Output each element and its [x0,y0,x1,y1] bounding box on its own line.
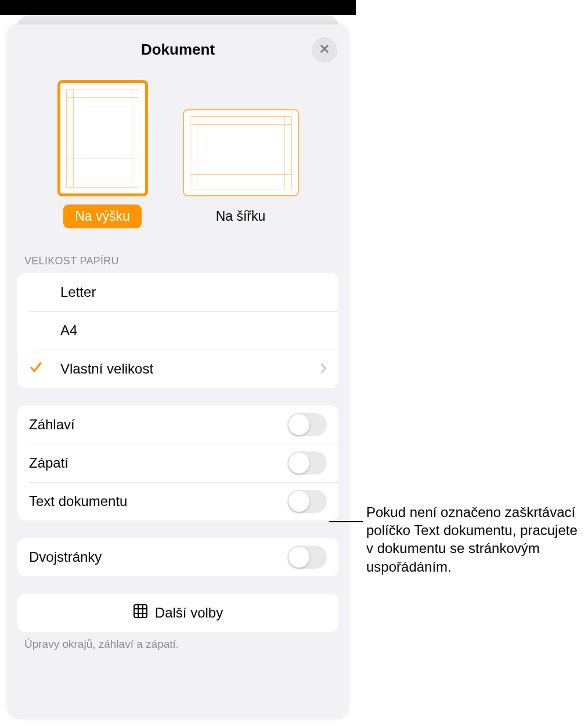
chevron-right-icon [320,361,327,377]
paper-size-letter[interactable]: Letter [17,273,338,311]
toggle-header-label: Záhlaví [29,417,287,433]
callout-text: Pokud není označeno zaškrtávací políčko … [366,503,582,576]
checkmark-icon [29,360,43,378]
orientation-landscape[interactable]: Na šířku [183,109,299,228]
toggle-spreads-row: Dvojstránky [17,538,338,576]
more-options-button[interactable]: Další volby [17,594,338,632]
sheet-header: Dokument [7,24,349,70]
close-button[interactable] [312,37,337,63]
paper-size-header: Velikost papíru [17,234,338,273]
toggle-body[interactable] [287,490,327,513]
paper-size-custom[interactable]: Vlastní velikost [17,350,338,388]
more-options-label: Další volby [155,605,223,621]
orientation-selector: Na výšku Na šířku [7,70,349,234]
portrait-label: Na výšku [63,204,142,228]
toggle-header[interactable] [287,413,327,436]
paper-size-custom-label: Vlastní velikost [60,361,320,377]
section-footer-note: Úpravy okrajů, záhlaví a zápatí. [17,632,338,651]
paper-size-a4[interactable]: A4 [17,311,338,350]
landscape-label: Na šířku [204,204,277,228]
toggle-spreads[interactable] [287,545,327,569]
spreads-card: Dvojstránky [17,538,338,576]
paper-size-letter-label: Letter [60,284,327,300]
portrait-thumb [57,80,148,196]
status-bar-black [0,0,356,15]
svg-rect-2 [134,605,147,618]
toggle-footer-label: Zápatí [29,455,287,471]
toggle-header-row: Záhlaví [17,405,338,444]
close-icon [319,44,330,56]
callout-leader-line [329,521,363,522]
toggle-footer[interactable] [287,451,327,475]
orientation-portrait[interactable]: Na výšku [57,80,148,228]
paper-size-a4-label: A4 [60,322,327,339]
toggle-footer-row: Zápatí [17,444,338,482]
paper-size-card: Letter A4 Vlastní velikost [17,273,338,388]
toggle-body-row: Text dokumentu [17,482,338,521]
header-footer-card: Záhlaví Zápatí Text dokumentu [17,405,338,521]
sheet-title: Dokument [7,41,349,59]
toggle-body-label: Text dokumentu [29,493,287,509]
document-settings-sheet: Dokument Na výšku Na šířku [7,24,349,719]
toggle-spreads-label: Dvojstránky [29,549,287,565]
landscape-thumb [183,109,299,196]
grid-icon [133,604,148,622]
